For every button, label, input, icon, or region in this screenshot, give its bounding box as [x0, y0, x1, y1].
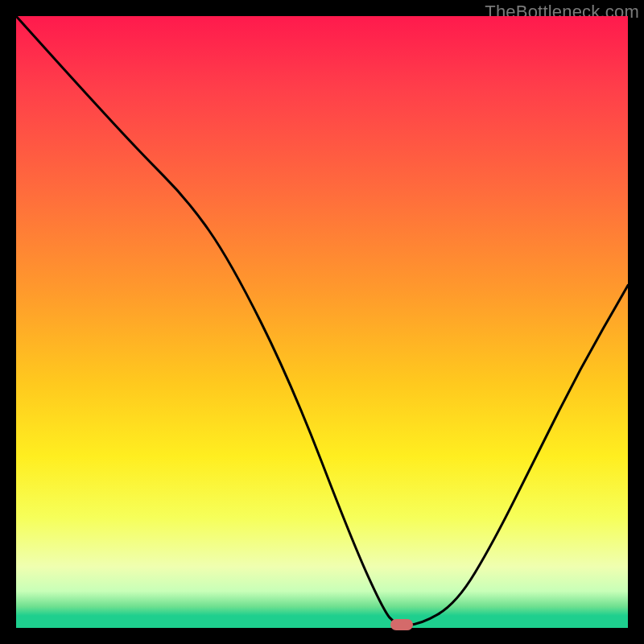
chart-frame: TheBottleneck.com	[0, 0, 644, 644]
plot-area	[16, 16, 628, 628]
curve-path	[16, 16, 628, 625]
optimal-marker	[390, 619, 413, 630]
bottleneck-curve	[16, 16, 628, 628]
